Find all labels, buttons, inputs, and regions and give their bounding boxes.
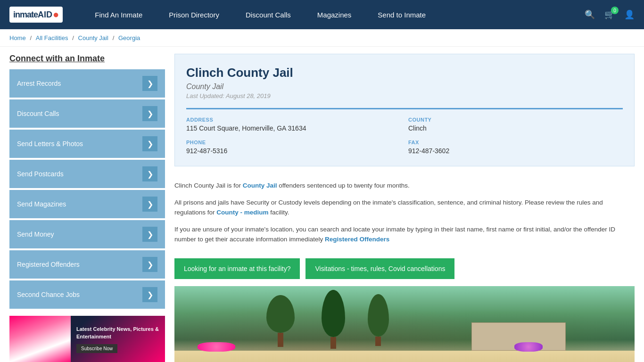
arrow-icon: ❯ (142, 257, 157, 272)
facility-last-updated: Last Updated: August 28, 2019 (186, 92, 623, 99)
ad-text-area: Latest Celebrity News, Pictures & Entert… (71, 322, 165, 357)
breadcrumb-bar: Home / All Facilities / County Jail / Ge… (0, 29, 644, 47)
facility-info-grid: ADDRESS 115 Court Square, Homerville, GA… (186, 108, 623, 155)
county-section: COUNTY Clinch (408, 117, 623, 132)
arrow-icon: ❯ (142, 136, 157, 151)
arrow-icon: ❯ (142, 197, 157, 212)
logo-area[interactable]: inmate AID ● (9, 7, 63, 23)
sidebar-item-label: Send Magazines (17, 200, 66, 208)
facility-image (174, 286, 635, 362)
breadcrumb-home[interactable]: Home (9, 34, 26, 41)
sidebar-item-label: Discount Calls (17, 110, 59, 117)
sidebar-item-label: Send Postcards (17, 170, 64, 178)
user-button[interactable]: 👤 (624, 9, 635, 20)
sidebar-item-second-chance-jobs[interactable]: Second Chance Jobs ❯ (9, 280, 165, 309)
fax-label: FAX (408, 140, 623, 145)
address-section: ADDRESS 115 Court Square, Homerville, GA… (186, 117, 401, 132)
sidebar-item-arrest-records[interactable]: Arrest Records ❯ (9, 69, 165, 98)
breadcrumb-state[interactable]: Georgia (118, 34, 140, 41)
nav-find-inmate[interactable]: Find An Inmate (82, 0, 156, 29)
arrow-icon: ❯ (142, 166, 157, 181)
phone-label: PHONE (186, 140, 401, 145)
nav-icons: 🔍 🛒 0 👤 (585, 9, 635, 20)
tree-2 (322, 290, 345, 349)
nav-send-to-inmate[interactable]: Send to Inmate (364, 0, 439, 29)
sidebar-item-send-money[interactable]: Send Money ❯ (9, 220, 165, 248)
ground (174, 351, 635, 362)
ad-image (9, 316, 71, 362)
breadcrumb: Home / All Facilities / County Jail / Ge… (9, 34, 140, 41)
flowers-left (198, 342, 235, 352)
arrow-icon: ❯ (142, 76, 157, 91)
search-button[interactable]: 🔍 (585, 9, 595, 20)
facility-card: Clinch County Jail County Jail Last Upda… (174, 54, 635, 166)
sidebar-item-send-letters[interactable]: Send Letters & Photos ❯ (9, 130, 165, 158)
cart-badge: 0 (611, 7, 619, 14)
find-inmate-button[interactable]: Looking for an inmate at this facility? (174, 258, 300, 279)
county-medium-link[interactable]: County - medium (216, 209, 268, 216)
sidebar-item-send-postcards[interactable]: Send Postcards ❯ (9, 160, 165, 188)
sidebar-item-label: Send Money (17, 230, 54, 238)
sidebar-item-registered-offenders[interactable]: Registered Offenders ❯ (9, 250, 165, 279)
sidebar-item-label: Send Letters & Photos (17, 140, 83, 148)
county-value: Clinch (408, 124, 623, 132)
ad-text: Latest Celebrity News, Pictures & Entert… (76, 326, 159, 340)
advertisement-banner: Latest Celebrity News, Pictures & Entert… (9, 316, 165, 362)
action-buttons: Looking for an inmate at this facility? … (174, 258, 635, 279)
county-label: COUNTY (408, 117, 623, 123)
arrow-icon: ❯ (142, 106, 157, 121)
description-area: Clinch County Jail is for County Jail of… (174, 173, 635, 258)
navbar: inmate AID ● Find An Inmate Prison Direc… (0, 0, 644, 29)
phone-section: PHONE 912-487-5316 (186, 140, 401, 155)
flowers-right (514, 342, 543, 352)
ad-subscribe-button[interactable]: Subscribe Now (76, 344, 117, 353)
nav-discount-calls[interactable]: Discount Calls (232, 0, 304, 29)
sidebar-item-discount-calls[interactable]: Discount Calls ❯ (9, 99, 165, 128)
cart-button[interactable]: 🛒 0 (604, 9, 615, 20)
main-content: Connect with an Inmate Arrest Records ❯ … (0, 47, 644, 362)
logo: inmate AID ● (9, 7, 63, 23)
address-value: 115 Court Square, Homerville, GA 31634 (186, 124, 401, 132)
description-1: Clinch County Jail is for County Jail of… (174, 181, 635, 191)
nav-links: Find An Inmate Prison Directory Discount… (82, 0, 585, 29)
sidebar-item-send-magazines[interactable]: Send Magazines ❯ (9, 190, 165, 218)
visitations-button[interactable]: Visitations - times, rules, Covid cancel… (305, 258, 454, 279)
tree-3 (368, 294, 389, 346)
arrow-icon: ❯ (142, 287, 157, 302)
sidebar-item-label: Arrest Records (17, 80, 61, 87)
facility-type: County Jail (186, 82, 623, 91)
description-3: If you are unsure of your inmate's locat… (174, 224, 635, 245)
nav-magazines[interactable]: Magazines (304, 0, 365, 29)
fax-section: FAX 912-487-3602 (408, 140, 623, 155)
phone-value: 912-487-5316 (186, 147, 401, 155)
facility-name: Clinch County Jail (186, 66, 623, 80)
tree-1 (266, 295, 295, 347)
fax-value: 912-487-3602 (408, 147, 623, 155)
registered-offenders-link[interactable]: Registered Offenders (325, 236, 389, 243)
sidebar-item-label: Registered Offenders (17, 261, 80, 268)
nav-prison-directory[interactable]: Prison Directory (156, 0, 232, 29)
sidebar-title: Connect with an Inmate (9, 54, 165, 64)
sidebar-item-label: Second Chance Jobs (17, 291, 80, 298)
facility-content: Clinch County Jail County Jail Last Upda… (174, 54, 635, 362)
county-jail-link[interactable]: County Jail (243, 182, 277, 189)
breadcrumb-county-jail[interactable]: County Jail (78, 34, 108, 41)
address-label: ADDRESS (186, 117, 401, 123)
breadcrumb-all-facilities[interactable]: All Facilities (36, 34, 68, 41)
sidebar: Connect with an Inmate Arrest Records ❯ … (9, 54, 165, 362)
description-2: All prisons and jails have Security or C… (174, 197, 635, 218)
arrow-icon: ❯ (142, 227, 157, 242)
